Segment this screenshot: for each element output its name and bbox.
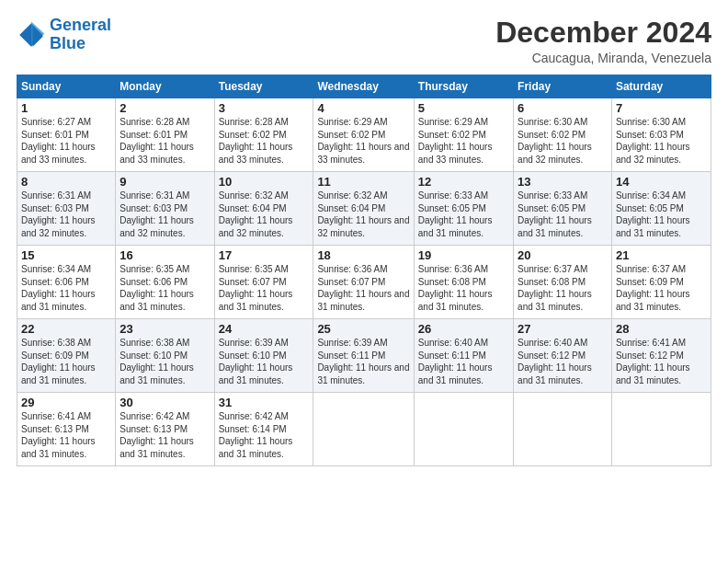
day-info: Sunrise: 6:31 AMSunset: 6:03 PMDaylight:… [21, 190, 111, 239]
calendar-cell: 17Sunrise: 6:35 AMSunset: 6:07 PMDayligh… [214, 246, 313, 319]
day-info: Sunrise: 6:33 AMSunset: 6:05 PMDaylight:… [518, 190, 608, 239]
header: General Blue December 2024 Caucagua, Mir… [17, 17, 711, 65]
day-number: 22 [21, 322, 111, 336]
day-number: 3 [219, 101, 310, 115]
calendar-cell: 22Sunrise: 6:38 AMSunset: 6:09 PMDayligh… [17, 319, 116, 393]
day-number: 27 [518, 322, 608, 336]
calendar-week-row: 1Sunrise: 6:27 AMSunset: 6:01 PMDaylight… [17, 98, 711, 172]
calendar-body: 1Sunrise: 6:27 AMSunset: 6:01 PMDaylight… [17, 98, 711, 466]
calendar-cell: 24Sunrise: 6:39 AMSunset: 6:10 PMDayligh… [214, 319, 313, 393]
day-number: 8 [21, 175, 111, 189]
calendar-day-header: Tuesday [214, 75, 313, 98]
day-number: 6 [518, 101, 608, 115]
day-number: 21 [616, 248, 707, 262]
calendar-cell: 28Sunrise: 6:41 AMSunset: 6:12 PMDayligh… [611, 319, 711, 393]
day-info: Sunrise: 6:29 AMSunset: 6:02 PMDaylight:… [317, 116, 409, 166]
calendar-day-header: Sunday [17, 75, 116, 98]
calendar-cell: 11Sunrise: 6:32 AMSunset: 6:04 PMDayligh… [313, 172, 414, 246]
calendar-day-header: Thursday [414, 75, 513, 98]
day-info: Sunrise: 6:39 AMSunset: 6:10 PMDaylight:… [219, 337, 310, 386]
day-number: 11 [317, 175, 409, 189]
day-info: Sunrise: 6:32 AMSunset: 6:04 PMDaylight:… [219, 190, 310, 239]
day-number: 9 [119, 175, 210, 189]
day-info: Sunrise: 6:42 AMSunset: 6:14 PMDaylight:… [219, 410, 310, 460]
calendar-header-row: SundayMondayTuesdayWednesdayThursdayFrid… [17, 75, 711, 98]
calendar-table: SundayMondayTuesdayWednesdayThursdayFrid… [17, 75, 711, 466]
day-number: 16 [119, 248, 210, 262]
day-info: Sunrise: 6:36 AMSunset: 6:07 PMDaylight:… [317, 263, 409, 313]
calendar-week-row: 8Sunrise: 6:31 AMSunset: 6:03 PMDaylight… [17, 172, 711, 246]
calendar-cell [514, 393, 612, 466]
calendar-day-header: Wednesday [313, 75, 414, 98]
day-number: 15 [21, 248, 111, 262]
day-number: 4 [317, 101, 409, 115]
calendar-cell: 4Sunrise: 6:29 AMSunset: 6:02 PMDaylight… [313, 98, 414, 172]
calendar-day-header: Saturday [611, 75, 711, 98]
calendar-cell: 14Sunrise: 6:34 AMSunset: 6:05 PMDayligh… [611, 172, 711, 246]
day-info: Sunrise: 6:29 AMSunset: 6:02 PMDaylight:… [418, 116, 509, 166]
calendar-cell: 2Sunrise: 6:28 AMSunset: 6:01 PMDaylight… [116, 98, 214, 172]
title-block: December 2024 Caucagua, Miranda, Venezue… [495, 17, 711, 65]
calendar-cell [611, 393, 711, 466]
main-title: December 2024 [495, 17, 711, 49]
calendar-cell: 9Sunrise: 6:31 AMSunset: 6:03 PMDaylight… [116, 172, 214, 246]
day-info: Sunrise: 6:41 AMSunset: 6:13 PMDaylight:… [21, 410, 111, 460]
calendar-cell: 26Sunrise: 6:40 AMSunset: 6:11 PMDayligh… [414, 319, 513, 393]
day-info: Sunrise: 6:37 AMSunset: 6:09 PMDaylight:… [616, 263, 707, 313]
day-number: 23 [119, 322, 210, 336]
calendar-cell: 31Sunrise: 6:42 AMSunset: 6:14 PMDayligh… [214, 393, 313, 466]
calendar-cell: 21Sunrise: 6:37 AMSunset: 6:09 PMDayligh… [611, 246, 711, 319]
calendar-cell: 8Sunrise: 6:31 AMSunset: 6:03 PMDaylight… [17, 172, 116, 246]
calendar-day-header: Monday [116, 75, 214, 98]
day-number: 29 [21, 396, 111, 409]
day-number: 24 [219, 322, 310, 336]
day-info: Sunrise: 6:27 AMSunset: 6:01 PMDaylight:… [21, 116, 111, 166]
calendar-cell: 13Sunrise: 6:33 AMSunset: 6:05 PMDayligh… [514, 172, 612, 246]
logo-text: General Blue [50, 17, 111, 53]
calendar-cell: 19Sunrise: 6:36 AMSunset: 6:08 PMDayligh… [414, 246, 513, 319]
day-number: 19 [418, 248, 509, 262]
day-number: 5 [418, 101, 509, 115]
day-number: 13 [518, 175, 608, 189]
calendar-week-row: 29Sunrise: 6:41 AMSunset: 6:13 PMDayligh… [17, 393, 711, 466]
calendar-cell: 25Sunrise: 6:39 AMSunset: 6:11 PMDayligh… [313, 319, 414, 393]
day-number: 18 [317, 248, 409, 262]
calendar-cell: 15Sunrise: 6:34 AMSunset: 6:06 PMDayligh… [17, 246, 116, 319]
day-info: Sunrise: 6:31 AMSunset: 6:03 PMDaylight:… [119, 190, 210, 239]
calendar-cell: 3Sunrise: 6:28 AMSunset: 6:02 PMDaylight… [214, 98, 313, 172]
page: General Blue December 2024 Caucagua, Mir… [0, 0, 728, 563]
day-info: Sunrise: 6:39 AMSunset: 6:11 PMDaylight:… [317, 337, 409, 386]
day-info: Sunrise: 6:42 AMSunset: 6:13 PMDaylight:… [119, 410, 210, 460]
calendar-cell [313, 393, 414, 466]
day-info: Sunrise: 6:34 AMSunset: 6:05 PMDaylight:… [616, 190, 707, 239]
calendar-day-header: Friday [514, 75, 612, 98]
day-info: Sunrise: 6:33 AMSunset: 6:05 PMDaylight:… [418, 190, 509, 239]
day-info: Sunrise: 6:40 AMSunset: 6:12 PMDaylight:… [518, 337, 608, 386]
calendar-cell: 29Sunrise: 6:41 AMSunset: 6:13 PMDayligh… [17, 393, 116, 466]
calendar-cell: 10Sunrise: 6:32 AMSunset: 6:04 PMDayligh… [214, 172, 313, 246]
day-number: 1 [21, 101, 111, 115]
day-info: Sunrise: 6:38 AMSunset: 6:10 PMDaylight:… [119, 337, 210, 386]
day-number: 20 [518, 248, 608, 262]
logo: General Blue [17, 17, 111, 53]
calendar-cell: 18Sunrise: 6:36 AMSunset: 6:07 PMDayligh… [313, 246, 414, 319]
day-number: 31 [219, 396, 310, 409]
day-number: 2 [119, 101, 210, 115]
day-info: Sunrise: 6:38 AMSunset: 6:09 PMDaylight:… [21, 337, 111, 386]
logo-icon [17, 20, 46, 50]
day-info: Sunrise: 6:35 AMSunset: 6:06 PMDaylight:… [119, 263, 210, 313]
day-info: Sunrise: 6:40 AMSunset: 6:11 PMDaylight:… [418, 337, 509, 386]
day-number: 7 [616, 101, 707, 115]
calendar-week-row: 15Sunrise: 6:34 AMSunset: 6:06 PMDayligh… [17, 246, 711, 319]
subtitle: Caucagua, Miranda, Venezuela [495, 51, 711, 65]
calendar-cell: 16Sunrise: 6:35 AMSunset: 6:06 PMDayligh… [116, 246, 214, 319]
calendar-cell: 27Sunrise: 6:40 AMSunset: 6:12 PMDayligh… [514, 319, 612, 393]
day-number: 14 [616, 175, 707, 189]
day-number: 17 [219, 248, 310, 262]
calendar-week-row: 22Sunrise: 6:38 AMSunset: 6:09 PMDayligh… [17, 319, 711, 393]
day-info: Sunrise: 6:41 AMSunset: 6:12 PMDaylight:… [616, 337, 707, 386]
day-info: Sunrise: 6:34 AMSunset: 6:06 PMDaylight:… [21, 263, 111, 313]
day-info: Sunrise: 6:32 AMSunset: 6:04 PMDaylight:… [317, 190, 409, 239]
calendar-cell: 30Sunrise: 6:42 AMSunset: 6:13 PMDayligh… [116, 393, 214, 466]
calendar-cell: 6Sunrise: 6:30 AMSunset: 6:02 PMDaylight… [514, 98, 612, 172]
